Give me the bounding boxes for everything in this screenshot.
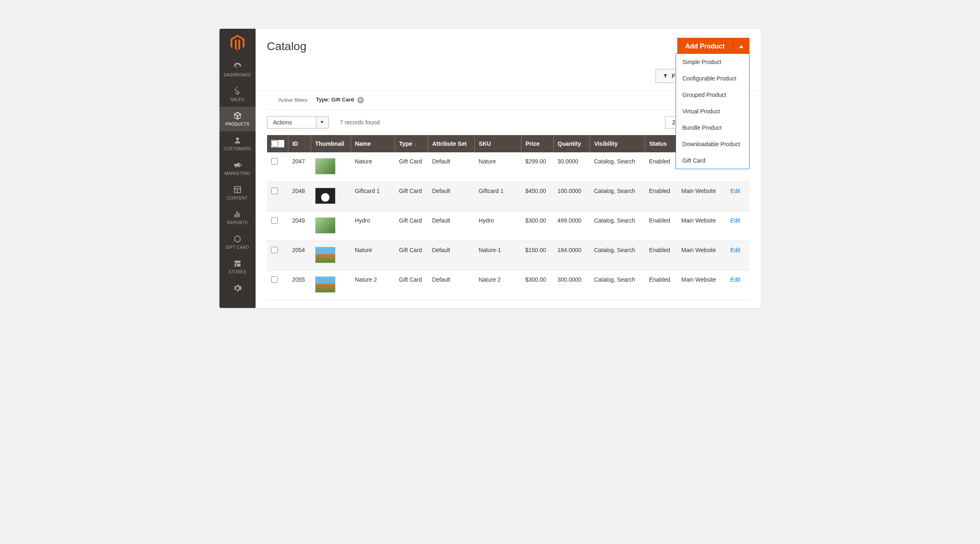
filter-chip: Type: Gift Card ✕ [316,96,364,103]
col-status[interactable]: Status [645,135,677,152]
row-checkbox[interactable] [271,247,278,253]
sidebar-label: STORES [221,270,254,274]
cell-type: Gift Card [395,152,428,182]
cell-name: Nature [351,241,395,270]
table-row[interactable]: 2048Giftcard 1Gift CardDefaultGiftcard 1… [267,181,749,211]
cell-name: Hydro [351,211,395,241]
sidebar-item-giftcard[interactable]: GIFT CARD [219,230,256,255]
caret-up-icon [739,45,743,48]
product-thumbnail [315,217,336,234]
row-checkbox[interactable] [271,188,278,194]
sidebar-item-dashboard[interactable]: DASHBOARD [219,57,256,82]
active-filters-label: Active filters: [279,97,309,103]
cell-price: $300.00 [521,211,553,241]
edit-link[interactable]: Edit [731,276,740,283]
col-name[interactable]: Name [351,135,395,152]
product-thumbnail [315,276,336,293]
cell-price: $299.00 [521,152,553,182]
actions-caret[interactable] [316,116,329,129]
cell-name: Nature [351,152,395,182]
col-attribute-set[interactable]: Attribute Set [428,135,475,152]
col-price[interactable]: Price [521,135,553,152]
dropdown-item-grouped[interactable]: Grouped Product [676,87,749,103]
cell-qty: 184.0000 [553,241,590,270]
admin-sidebar: DASHBOARD SALES PRODUCTS CUSTOMERS MARKE… [219,29,256,308]
cell-visibility: Catalog, Search [590,241,645,270]
dropdown-item-giftcard[interactable]: Gift Card [676,152,749,169]
cell-status: Enabled [645,211,677,241]
table-row[interactable]: 2055Nature 2Gift CardDefaultNature 2$300… [267,270,749,300]
col-id[interactable]: ID [288,135,311,152]
row-checkbox[interactable] [271,276,278,283]
add-product-button[interactable]: Add Product [677,38,733,55]
sidebar-item-marketing[interactable]: MARKETING [219,156,256,181]
select-all-dropdown[interactable] [278,141,284,147]
cell-thumbnail [311,211,351,241]
cell-sku: Hydro [475,211,521,241]
person-icon [221,135,254,145]
sidebar-label: MARKETING [221,171,254,176]
cell-qty: 300.0000 [553,270,590,300]
col-quantity[interactable]: Quantity [553,135,590,152]
cell-thumbnail [311,181,351,211]
filter-chip-remove[interactable]: ✕ [357,97,364,103]
sidebar-item-content[interactable]: CONTENT [219,181,256,205]
col-checkbox [267,135,288,152]
funnel-icon [662,73,668,78]
sidebar-item-stores[interactable]: STORES [219,255,256,279]
col-type[interactable]: Type↓ [395,135,428,152]
sidebar-label: SALES [221,97,254,102]
col-sku[interactable]: SKU [475,135,521,152]
actions-dropdown[interactable]: Actions [267,116,329,129]
dropdown-item-configurable[interactable]: Configurable Product [676,70,749,87]
store-icon [221,259,254,269]
cell-visibility: Catalog, Search [590,270,645,300]
table-row[interactable]: 2049HydroGift CardDefaultHydro$300.00499… [267,211,749,241]
dropdown-item-virtual[interactable]: Virtual Product [676,103,749,119]
cell-id: 2048 [288,181,311,211]
col-visibility[interactable]: Visibility [590,135,645,152]
bar-chart-icon [221,209,254,219]
cell-action: Edit [726,270,749,300]
actions-label: Actions [267,116,316,129]
select-all-checkbox[interactable] [272,140,278,147]
sidebar-item-more[interactable] [219,279,256,293]
edit-link[interactable]: Edit [731,217,740,224]
dropdown-item-downloadable[interactable]: Downloadable Product [676,136,749,152]
sidebar-label: PRODUCTS [221,122,254,126]
row-checkbox[interactable] [271,158,278,165]
cell-price: $300.00 [521,270,553,300]
cell-attr: Default [428,211,475,241]
col-thumbnail[interactable]: Thumbnail [311,135,351,152]
dropdown-item-simple[interactable]: Simple Product [676,54,749,70]
cell-id: 2047 [288,152,311,182]
cell-status: Enabled [645,181,677,211]
cell-type: Gift Card [395,270,428,300]
records-found: 7 records found [340,119,665,126]
sidebar-item-customers[interactable]: CUSTOMERS [219,131,256,156]
sidebar-item-sales[interactable]: SALES [219,82,256,107]
sidebar-item-reports[interactable]: REPORTS [219,205,256,230]
cell-type: Gift Card [395,241,428,270]
cell-action: Edit [726,241,749,270]
sidebar-item-products[interactable]: PRODUCTS [219,107,256,131]
add-product-toggle[interactable] [733,38,749,55]
cell-name: Nature 2 [351,270,395,300]
cell-qty: 30.0000 [553,152,590,182]
sort-down-icon: ↓ [414,142,416,147]
cell-thumbnail [311,152,351,182]
cube-icon [221,111,254,121]
table-row[interactable]: 2054NatureGift CardDefaultNature-1$150.0… [267,241,749,270]
row-checkbox[interactable] [271,217,278,224]
sidebar-label: REPORTS [221,220,254,225]
dropdown-item-bundle[interactable]: Bundle Product [676,119,749,136]
edit-link[interactable]: Edit [731,188,740,194]
cell-id: 2049 [288,211,311,241]
cell-attr: Default [428,270,475,300]
magento-logo[interactable] [219,29,256,57]
caret-down-icon [320,121,324,123]
add-product-dropdown: Simple Product Configurable Product Grou… [676,53,749,169]
cell-sku: Giftcard 1 [475,181,521,211]
edit-link[interactable]: Edit [731,247,740,253]
cell-type: Gift Card [395,181,428,211]
